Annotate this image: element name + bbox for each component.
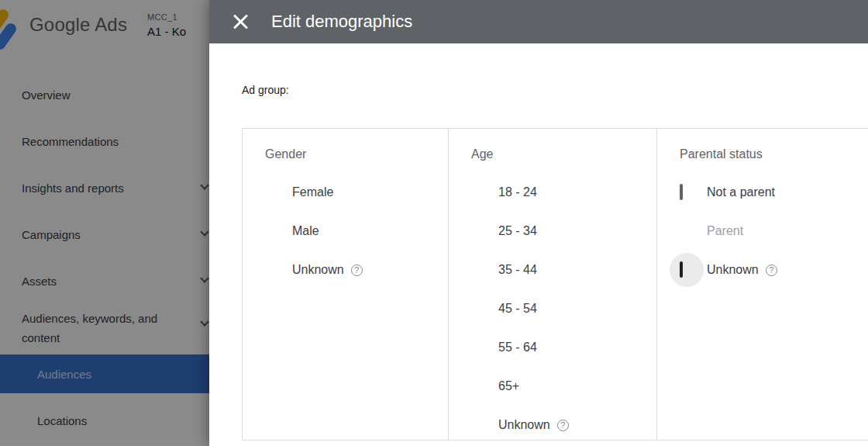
checkbox-row-female: Female [265, 173, 448, 212]
checkbox-row-age-45-54: 45 - 54 [471, 289, 656, 328]
column-title: Parental status [680, 147, 868, 163]
checkbox-wrap [471, 302, 485, 316]
column-title: Gender [265, 147, 448, 163]
help-icon[interactable]: ? [351, 264, 363, 276]
checkbox-row-age-55-64: 55 - 64 [471, 328, 656, 367]
checkbox-row-age-18-24: 18 - 24 [471, 173, 656, 212]
checkbox-row-age-unknown: Unknown ? [471, 406, 656, 444]
checkbox-row-parental-unknown: Unknown ? [680, 251, 868, 289]
checkbox-row-age-25-34: 25 - 34 [471, 212, 656, 251]
checkbox-label[interactable]: 45 - 54 [498, 302, 537, 316]
checkbox-row-age-35-44: 35 - 44 [471, 251, 656, 289]
checkbox-wrap [471, 379, 485, 393]
parental-unknown-checkbox[interactable] [680, 261, 683, 278]
parental-status-column: Parental status Not a parent Parent Unkn… [657, 129, 868, 440]
checkbox-label[interactable]: 35 - 44 [498, 263, 537, 277]
checkbox-row-parent: Parent [680, 212, 868, 251]
checkbox-label[interactable]: Male [292, 224, 319, 238]
demographics-table: Gender Female Male Unknown ? Age [242, 128, 868, 441]
age-column: Age 18 - 24 25 - 34 35 - 44 45 - 54 [449, 129, 657, 440]
edit-demographics-modal: Edit demographics Ad group: Gender Femal… [209, 0, 868, 446]
checkbox-wrap [265, 263, 279, 277]
checkbox-label[interactable]: Female [292, 185, 333, 199]
checkbox-row-age-65-plus: 65+ [471, 367, 656, 406]
screen: Google Ads MCC_1 A1 - Ko Overview Recomm… [0, 0, 868, 446]
checkbox-label[interactable]: 65+ [498, 379, 519, 393]
checkbox-wrap [265, 224, 279, 238]
checkbox-row-gender-unknown: Unknown ? [265, 251, 448, 289]
checkbox-label[interactable]: 55 - 64 [498, 341, 537, 354]
hover-ripple [670, 253, 704, 287]
checkbox-wrap [680, 185, 694, 199]
ad-group-label: Ad group: [242, 84, 289, 96]
checkbox-wrap [471, 341, 485, 354]
column-title: Age [471, 147, 656, 163]
checkbox-wrap [680, 224, 694, 238]
not-a-parent-checkbox[interactable] [680, 184, 683, 200]
checkbox-label[interactable]: Unknown [707, 263, 759, 277]
checkbox-wrap [471, 185, 485, 199]
checkbox-wrap [471, 224, 485, 238]
modal-title: Edit demographics [271, 12, 412, 32]
checkbox-label[interactable]: 25 - 34 [498, 224, 537, 238]
checkbox-label[interactable]: Unknown [498, 418, 550, 432]
checkbox-wrap [471, 418, 485, 432]
gender-column: Gender Female Male Unknown ? [243, 129, 449, 440]
checkbox-label[interactable]: Not a parent [707, 185, 775, 199]
checkbox-row-not-a-parent: Not a parent [680, 173, 868, 212]
checkbox-label[interactable]: Unknown [292, 263, 344, 277]
close-icon[interactable] [232, 13, 249, 30]
help-icon[interactable]: ? [557, 420, 569, 431]
checkbox-label[interactable]: 18 - 24 [498, 185, 537, 199]
checkbox-wrap [265, 185, 279, 199]
help-icon[interactable]: ? [766, 264, 777, 276]
checkbox-wrap [680, 263, 694, 277]
modal-header: Edit demographics [209, 0, 868, 43]
checkbox-label: Parent [707, 224, 743, 238]
checkbox-row-male: Male [265, 212, 448, 251]
checkbox-wrap [471, 263, 485, 277]
